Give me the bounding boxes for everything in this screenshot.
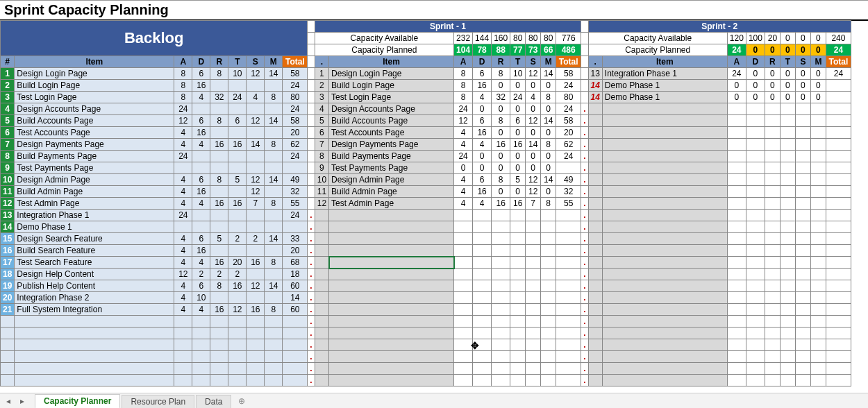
backlog-item[interactable]: Design Help Content: [15, 269, 174, 280]
backlog-row-num: 15: [1, 233, 15, 245]
backlog-item[interactable]: Build Search Feature: [15, 245, 174, 257]
backlog-row-num: 14: [1, 221, 15, 233]
backlog-row-num: 9: [1, 162, 15, 174]
sprint1-item[interactable]: Build Admin Page: [329, 186, 454, 198]
backlog-item[interactable]: Test Payments Page: [15, 162, 174, 174]
backlog-row-num: 16: [1, 245, 15, 257]
backlog-item[interactable]: Demo Phase 1: [15, 221, 174, 233]
sprint1-item[interactable]: Test Admin Page: [329, 198, 454, 210]
backlog-header: Backlog: [1, 21, 308, 56]
backlog-item[interactable]: Publish Help Content: [15, 280, 174, 292]
backlog-row-num: 7: [1, 139, 15, 151]
cap-avail-label-2: Capacity Available: [588, 33, 727, 44]
backlog-row-num: 6: [1, 127, 15, 139]
sprint1-row-num: 12: [315, 198, 328, 210]
backlog-item[interactable]: Design Payments Page: [15, 139, 174, 151]
sprint1-row-num: 5: [315, 115, 328, 127]
sprint2-item[interactable]: Demo Phase 1: [602, 92, 727, 103]
sprint2-row-num: 14: [588, 92, 602, 103]
backlog-row-num: 12: [1, 198, 15, 210]
sprint1-item[interactable]: Design Payments Page: [329, 139, 454, 151]
sprint1-row-num: 9: [315, 162, 328, 174]
sprint1-header: Sprint - 1: [315, 21, 581, 33]
sprint1-item[interactable]: Test Login Page: [329, 92, 454, 103]
backlog-item[interactable]: Full System Integration: [15, 304, 174, 316]
tab-nav-prev-icon[interactable]: ▸: [17, 396, 28, 407]
sprint1-row-num: 2: [315, 80, 328, 92]
sprint1-row-num: 10: [315, 174, 328, 186]
sprint1-item[interactable]: Test Accounts Page: [329, 127, 454, 139]
sprint1-item[interactable]: Design Accounts Page: [329, 103, 454, 115]
backlog-row-num: 1: [1, 68, 15, 80]
sprint1-row-num: 11: [315, 186, 328, 198]
sprint2-header: Sprint - 2: [588, 21, 851, 33]
backlog-row-num: 4: [1, 103, 15, 115]
backlog-item[interactable]: Build Accounts Page: [15, 115, 174, 127]
backlog-item[interactable]: Test Search Feature: [15, 257, 174, 269]
sprint1-row-num: 4: [315, 103, 328, 115]
sprint1-item[interactable]: Build Payments Page: [329, 151, 454, 162]
sprint1-item[interactable]: Test Payments Page: [329, 162, 454, 174]
backlog-row-num: 5: [1, 115, 15, 127]
sprint1-row-num: 8: [315, 151, 328, 162]
cap-plan-label-1: Capacity Planned: [315, 44, 453, 56]
backlog-row-num: 19: [1, 280, 15, 292]
backlog-item[interactable]: Build Admin Page: [15, 186, 174, 198]
backlog-item[interactable]: Design Accounts Page: [15, 103, 174, 115]
add-sheet-icon[interactable]: ⊕: [238, 396, 245, 406]
backlog-row-num: 2: [1, 80, 15, 92]
tab-capacity-planner[interactable]: Capacity Planner: [35, 394, 120, 409]
backlog-item[interactable]: Test Admin Page: [15, 198, 174, 210]
tab-resource-plan[interactable]: Resource Plan: [122, 395, 194, 408]
sprint1-item[interactable]: Design Login Page: [329, 68, 454, 80]
backlog-row-num: 17: [1, 257, 15, 269]
tab-data[interactable]: Data: [196, 395, 231, 408]
spreadsheet-grid[interactable]: BacklogSprint - 1Sprint - 2Capacity Avai…: [0, 20, 868, 393]
sprint1-row-num: 6: [315, 127, 328, 139]
sprint1-row-num: 7: [315, 139, 328, 151]
backlog-row-num: 11: [1, 186, 15, 198]
backlog-row-num: 13: [1, 210, 15, 221]
backlog-item[interactable]: Design Login Page: [15, 68, 174, 80]
backlog-item[interactable]: Integration Phase 2: [15, 292, 174, 304]
sprint2-item[interactable]: Integration Phase 1: [602, 68, 727, 80]
capacity-table: BacklogSprint - 1Sprint - 2Capacity Avai…: [0, 20, 851, 386]
sprint2-row-num: 14: [588, 80, 602, 92]
sprint1-item[interactable]: Design Admin Page: [329, 174, 454, 186]
sprint2-row-num: 13: [588, 68, 602, 80]
sheet-tabs: ◂ ▸ Capacity Planner Resource Plan Data …: [0, 393, 868, 408]
backlog-row-num: 21: [1, 304, 15, 316]
sprint1-item[interactable]: Build Login Page: [329, 80, 454, 92]
backlog-item[interactable]: Integration Phase 1: [15, 210, 174, 221]
backlog-row-num: 3: [1, 92, 15, 103]
backlog-item[interactable]: Test Accounts Page: [15, 127, 174, 139]
sprint2-item[interactable]: Demo Phase 1: [602, 80, 727, 92]
backlog-item[interactable]: Build Payments Page: [15, 151, 174, 162]
sprint1-row-num: 3: [315, 92, 328, 103]
cap-plan-label-2: Capacity Planned: [588, 44, 727, 56]
backlog-item[interactable]: Design Admin Page: [15, 174, 174, 186]
backlog-item[interactable]: Build Login Page: [15, 80, 174, 92]
backlog-item[interactable]: Design Search Feature: [15, 233, 174, 245]
sprint1-item[interactable]: Build Accounts Page: [329, 115, 454, 127]
backlog-item[interactable]: Test Login Page: [15, 92, 174, 103]
backlog-row-num: 10: [1, 174, 15, 186]
backlog-row-num: 20: [1, 292, 15, 304]
tab-nav-first-icon[interactable]: ◂: [3, 396, 14, 407]
backlog-row-num: 18: [1, 269, 15, 280]
backlog-row-num: 8: [1, 151, 15, 162]
page-title: Sprint Capacity Planning: [0, 1, 868, 21]
sprint1-row-num: 1: [315, 68, 328, 80]
cap-avail-label-1: Capacity Available: [315, 33, 453, 44]
